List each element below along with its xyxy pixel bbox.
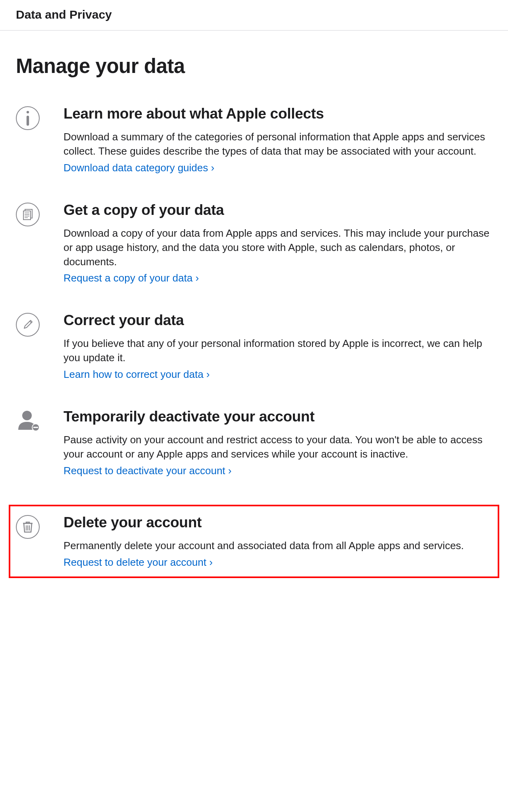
- section-title: Temporarily deactivate your account: [64, 408, 492, 425]
- section-content: Learn more about what Apple collects Dow…: [64, 105, 492, 174]
- header-title: Data and Privacy: [16, 8, 492, 21]
- deactivate-account-link[interactable]: Request to deactivate your account: [64, 465, 231, 477]
- section-title: Correct your data: [64, 312, 492, 329]
- section-delete-account: Delete your account Permanently delete y…: [9, 505, 499, 578]
- icon-wrapper: [16, 408, 64, 431]
- section-title: Delete your account: [64, 514, 492, 531]
- document-icon: [16, 203, 40, 226]
- icon-wrapper: [16, 514, 64, 539]
- section-content: Correct your data If you believe that an…: [64, 312, 492, 381]
- request-copy-link[interactable]: Request a copy of your data: [64, 272, 199, 284]
- header: Data and Privacy: [0, 0, 508, 31]
- section-description: If you believe that any of your personal…: [64, 337, 492, 365]
- section-content: Delete your account Permanently delete y…: [64, 514, 492, 569]
- section-description: Download a copy of your data from Apple …: [64, 226, 492, 269]
- delete-account-link[interactable]: Request to delete your account: [64, 556, 213, 568]
- section-content: Get a copy of your data Download a copy …: [64, 202, 492, 285]
- section-correct-data: Correct your data If you believe that an…: [16, 312, 492, 381]
- section-description: Pause activity on your account and restr…: [64, 433, 492, 462]
- section-title: Learn more about what Apple collects: [64, 105, 492, 122]
- person-pause-icon: [16, 409, 38, 431]
- section-learn-more: Learn more about what Apple collects Dow…: [16, 105, 492, 174]
- svg-rect-3: [23, 211, 31, 220]
- main-content: Manage your data Learn more about what A…: [0, 31, 508, 610]
- icon-wrapper: [16, 105, 64, 130]
- svg-point-0: [27, 111, 29, 113]
- download-guides-link[interactable]: Download data category guides: [64, 162, 214, 174]
- section-content: Temporarily deactivate your account Paus…: [64, 408, 492, 477]
- section-deactivate: Temporarily deactivate your account Paus…: [16, 408, 492, 477]
- icon-wrapper: [16, 312, 64, 337]
- trash-icon: [16, 515, 40, 539]
- svg-point-9: [22, 411, 32, 420]
- correct-data-link[interactable]: Learn how to correct your data: [64, 368, 210, 380]
- pencil-icon: [16, 313, 40, 337]
- section-title: Get a copy of your data: [64, 202, 492, 218]
- svg-rect-1: [27, 116, 29, 126]
- icon-wrapper: [16, 202, 64, 226]
- section-description: Download a summary of the categories of …: [64, 130, 492, 159]
- section-description: Permanently delete your account and asso…: [64, 539, 492, 553]
- section-get-copy: Get a copy of your data Download a copy …: [16, 202, 492, 285]
- page-title: Manage your data: [16, 54, 492, 78]
- info-icon: [16, 106, 40, 130]
